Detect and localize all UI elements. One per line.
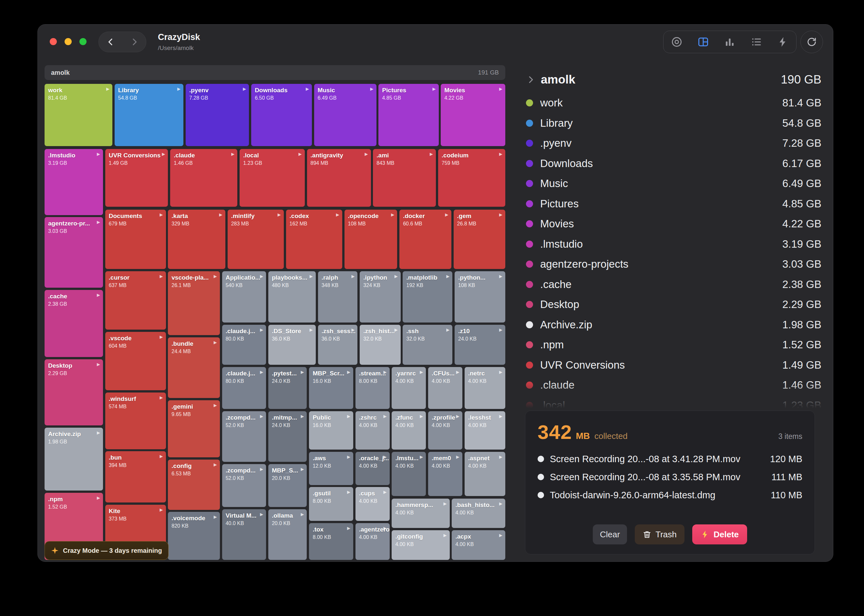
treemap-block-Movies[interactable]: Movies4.22 GB▶ — [441, 84, 505, 146]
treemap-block-.acpx[interactable]: .acpx4.00 KB▶ — [452, 530, 505, 560]
treemap-block-.pytest...[interactable]: .pytest...24.0 KB▶ — [268, 367, 307, 409]
treemap-block-Virtual M...[interactable]: Virtual M...40.0 KB▶ — [222, 509, 266, 560]
treemap-block-.mem0[interactable]: .mem04.00 KB▶ — [428, 452, 462, 496]
treemap-block-.cups[interactable]: .cups4.00 KB▶ — [355, 487, 390, 520]
treemap-block-.codex[interactable]: .codex162 MB▶ — [286, 210, 342, 269]
treemap-block-.antigravity[interactable]: .antigravity894 MB▶ — [307, 149, 371, 207]
sidebar-item-.claude[interactable]: .claude1.46 GB — [526, 375, 821, 395]
treemap-block-.bundle[interactable]: .bundle24.4 MB▶ — [168, 337, 219, 398]
treemap-block-work[interactable]: work81.4 GB▶ — [44, 84, 112, 146]
treemap-block-.claude[interactable]: .claude1.46 GB▶ — [170, 149, 237, 207]
treemap-block-.vscode[interactable]: .vscode604 MB▶ — [105, 332, 166, 390]
clear-button[interactable]: Clear — [593, 525, 627, 544]
collected-item[interactable]: Todoist-darwin-9.26.0-arm64-latest.dmg11… — [538, 486, 803, 504]
sidebar-item-.npm[interactable]: .npm1.52 GB — [526, 335, 821, 355]
treemap-block-.voicemode[interactable]: .voicemode820 KB▶ — [168, 512, 219, 560]
treemap-view-button[interactable] — [692, 32, 714, 52]
zoom-window-button[interactable] — [79, 38, 87, 45]
sidebar-item-Desktop[interactable]: Desktop2.29 GB — [526, 294, 821, 315]
treemap-block-.lmstudio[interactable]: .lmstudio3.19 GB▶ — [44, 149, 103, 215]
sidebar-item-Music[interactable]: Music6.49 GB — [526, 173, 821, 194]
close-window-button[interactable] — [50, 38, 57, 45]
treemap-block-.matplotlib[interactable]: .matplotlib192 KB▶ — [403, 271, 452, 322]
treemap-block-.claude.j...[interactable]: .claude.j...80.0 KB▶ — [222, 325, 266, 365]
treemap-block-.zfunc[interactable]: .zfunc4.00 KB▶ — [392, 411, 426, 450]
treemap-block-.gem[interactable]: .gem26.8 MB▶ — [454, 210, 505, 269]
treemap-block-.python...[interactable]: .python...108 KB▶ — [455, 271, 505, 322]
treemap-block-.docker[interactable]: .docker60.6 MB▶ — [399, 210, 451, 269]
treemap-block-.ipython[interactable]: .ipython324 KB▶ — [359, 271, 400, 322]
collected-item[interactable]: Screen Recording 20...-08 at 3.41.28 PM.… — [538, 450, 803, 468]
treemap-block-Music[interactable]: Music6.49 GB▶ — [314, 84, 377, 146]
treemap-block-Applicatio...[interactable]: Applicatio...540 KB▶ — [222, 271, 266, 322]
treemap-block-.ollama[interactable]: .ollama20.0 KB▶ — [268, 509, 307, 560]
treemap-block-.hammersp...[interactable]: .hammersp...4.00 KB▶ — [392, 499, 449, 528]
list-view-button[interactable] — [745, 32, 768, 52]
treemap-block-.zcompd...[interactable]: .zcompd...52.0 KB▶ — [222, 464, 266, 507]
treemap-block-.z10[interactable]: .z1024.0 KB▶ — [455, 325, 505, 365]
crazy-mode-banner[interactable]: Crazy Mode — 3 days remaining — [44, 541, 169, 560]
sidebar-item-.lmstudio[interactable]: .lmstudio3.19 GB — [526, 234, 821, 255]
sidebar-item-agentzero-projects[interactable]: agentzero-projects3.03 GB — [526, 254, 821, 275]
sidebar-header[interactable]: amolk 190 GB — [526, 70, 821, 90]
treemap-block-.windsurf[interactable]: .windsurf574 MB▶ — [105, 393, 166, 449]
treemap-block-.gitconfig[interactable]: .gitconfig4.00 KB▶ — [392, 530, 449, 560]
treemap-block-.bash_histo...[interactable]: .bash_histo...4.00 KB▶ — [452, 499, 505, 528]
minimize-window-button[interactable] — [65, 38, 72, 45]
sidebar-item-Movies[interactable]: Movies4.22 GB — [526, 214, 821, 234]
treemap-block-.pyenv[interactable]: .pyenv7.28 GB▶ — [186, 84, 249, 146]
treemap-block-MBP_Scr...[interactable]: MBP_Scr...16.0 KB▶ — [309, 367, 353, 409]
treemap-block-.zcompd...[interactable]: .zcompd...52.0 KB▶ — [222, 411, 266, 462]
treemap-block-.CFUs...[interactable]: .CFUs...4.00 KB▶ — [428, 367, 462, 409]
treemap-block-.mitmp...[interactable]: .mitmp...24.0 KB▶ — [268, 411, 307, 462]
treemap-block-.yarnrc[interactable]: .yarnrc4.00 KB▶ — [392, 367, 426, 409]
treemap-block-.opencode[interactable]: .opencode108 MB▶ — [345, 210, 397, 269]
sidebar-item-Library[interactable]: Library54.8 GB — [526, 113, 821, 134]
sidebar-item-.local[interactable]: .local1.23 GB — [526, 395, 821, 412]
treemap-block-MBP_S...[interactable]: MBP_S...20.0 KB▶ — [268, 464, 307, 507]
treemap-block-Pictures[interactable]: Pictures4.85 GB▶ — [378, 84, 438, 146]
treemap-block-.zsh_sess...[interactable]: .zsh_sess...36.0 KB▶ — [318, 325, 358, 365]
treemap-block-Documents[interactable]: Documents679 MB▶ — [105, 210, 166, 269]
quick-actions-button[interactable] — [772, 32, 794, 52]
bar-chart-view-button[interactable] — [718, 32, 741, 52]
treemap-block-.zshrc[interactable]: .zshrc4.00 KB▶ — [355, 411, 390, 450]
treemap-block-.mintlify[interactable]: .mintlify283 MB▶ — [228, 210, 284, 269]
treemap-block-.codeium[interactable]: .codeium759 MB▶ — [438, 149, 505, 207]
treemap-block-Library[interactable]: Library54.8 GB▶ — [115, 84, 183, 146]
treemap-block-.oracle_j...[interactable]: .oracle_j...4.00 KB▶ — [355, 452, 390, 485]
collected-item[interactable]: Screen Recording 20...-08 at 3.35.58 PM.… — [538, 468, 803, 486]
treemap-block-.aspnet[interactable]: .aspnet4.00 KB▶ — [465, 452, 505, 496]
treemap-block-.ami[interactable]: .ami843 MB▶ — [373, 149, 436, 207]
treemap-block-.aws[interactable]: .aws12.0 KB▶ — [309, 452, 353, 485]
forward-button[interactable] — [125, 33, 143, 51]
treemap-block-.netrc[interactable]: .netrc4.00 KB▶ — [465, 367, 505, 409]
treemap-block-.karta[interactable]: .karta329 MB▶ — [168, 210, 225, 269]
treemap-block-vscode-pla...[interactable]: vscode-pla...26.1 MB▶ — [168, 271, 219, 335]
treemap-block-.ralph[interactable]: .ralph348 KB▶ — [318, 271, 358, 322]
sidebar-item-work[interactable]: work81.4 GB — [526, 93, 821, 113]
treemap-block-Desktop[interactable]: Desktop2.29 GB▶ — [44, 359, 103, 425]
treemap-block-.agentzero[interactable]: .agentzero4.00 KB▶ — [355, 523, 390, 560]
treemap-block-.cursor[interactable]: .cursor637 MB▶ — [105, 271, 166, 330]
treemap-block-.lesshst[interactable]: .lesshst4.00 KB▶ — [465, 411, 505, 450]
treemap-block-.claude.j...[interactable]: .claude.j...80.0 KB▶ — [222, 367, 266, 409]
refresh-button[interactable] — [800, 31, 823, 53]
treemap-block-Public[interactable]: Public16.0 KB▶ — [309, 411, 353, 450]
treemap-block-.ssh[interactable]: .ssh32.0 KB▶ — [403, 325, 452, 365]
treemap-block-.local[interactable]: .local1.23 GB▶ — [240, 149, 304, 207]
treemap-block-.tox[interactable]: .tox8.00 KB▶ — [309, 523, 353, 560]
treemap-block-.stream...[interactable]: .stream...8.00 KB▶ — [355, 367, 390, 409]
treemap-block-.bun[interactable]: .bun394 MB▶ — [105, 451, 166, 503]
treemap-block-.lmstu...[interactable]: .lmstu...4.00 KB▶ — [392, 452, 426, 496]
sidebar-item-Pictures[interactable]: Pictures4.85 GB — [526, 194, 821, 214]
treemap-block-.gemini[interactable]: .gemini9.65 MB▶ — [168, 400, 219, 458]
sidebar-item-.cache[interactable]: .cache2.38 GB — [526, 275, 821, 295]
delete-button[interactable]: Delete — [692, 525, 747, 544]
treemap-block-playbooks...[interactable]: playbooks...480 KB▶ — [268, 271, 316, 322]
sidebar-item-UVR Conversions[interactable]: UVR Conversions1.49 GB — [526, 355, 821, 376]
treemap-block-Downloads[interactable]: Downloads6.50 GB▶ — [251, 84, 312, 146]
treemap-block-.config[interactable]: .config6.53 MB▶ — [168, 460, 219, 509]
treemap-block-agentzero-pr...[interactable]: agentzero-pr...3.03 GB▶ — [44, 217, 103, 288]
back-button[interactable] — [102, 33, 120, 51]
